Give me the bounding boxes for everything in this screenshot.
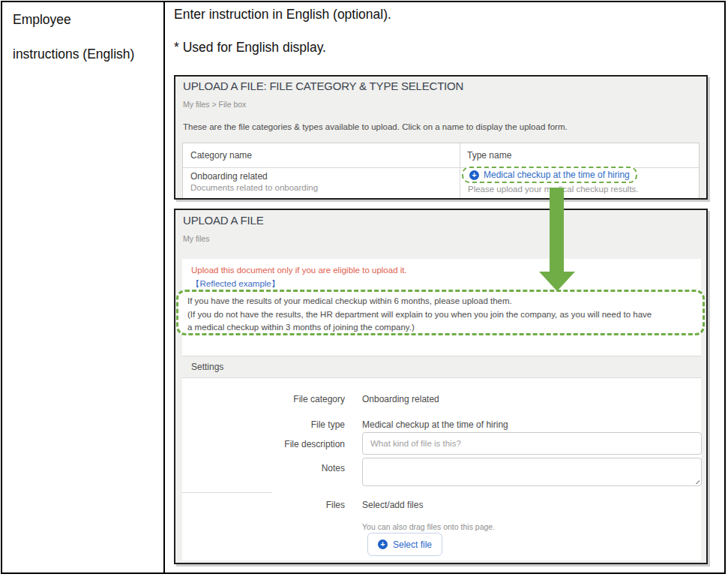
- annotation-arrow-head: [539, 272, 575, 291]
- column-header-category-name: Category name: [190, 143, 252, 167]
- reflected-example-highlight-box: If you have the results of your medical …: [176, 290, 705, 335]
- add-circle-icon: +: [378, 539, 388, 549]
- file-type-selection-panel: UPLOAD A FILE: FILE CATEGORY & TYPE SELE…: [174, 75, 708, 200]
- file-category-value: Onboarding related: [362, 394, 439, 404]
- selection-panel-description: These are the file categories & types av…: [183, 122, 568, 131]
- file-description-input[interactable]: [362, 432, 702, 455]
- category-name-cell: Onboarding related: [190, 171, 268, 182]
- upload-panel-title: UPLOAD A FILE: [183, 214, 263, 227]
- table-column-rule: [460, 143, 460, 200]
- manual-page: Employee instructions (English) Enter in…: [0, 0, 728, 580]
- instruction-note: * Used for English display.: [174, 40, 326, 56]
- example-line: a medical checkup within 3 months of joi…: [187, 321, 694, 335]
- notes-label: Notes: [195, 463, 345, 473]
- file-type-label: File type: [195, 419, 345, 430]
- settings-section-title: Settings: [191, 362, 701, 372]
- file-type-value: Medical checkup at the time of hiring: [362, 419, 508, 430]
- notes-textarea[interactable]: [362, 458, 702, 486]
- reflected-example-label: 【Reflected example】: [191, 278, 280, 290]
- selection-panel-title: UPLOAD A FILE: FILE CATEGORY & TYPE SELE…: [183, 80, 463, 92]
- eligibility-warning-text: Upload this document only if you are eli…: [191, 266, 407, 275]
- file-description-label: File description: [195, 439, 345, 449]
- type-link-highlight-box: + Medical checkup at the time of hiring: [462, 167, 637, 183]
- files-label: Files: [195, 500, 345, 510]
- select-file-button-label: Select file: [393, 539, 432, 550]
- upload-form-panel: UPLOAD A FILE My files Upload this docum…: [174, 209, 708, 564]
- breadcrumb: My files: [183, 234, 210, 243]
- select-add-files-text: Select/add files: [362, 500, 423, 510]
- breadcrumb: My files > File box: [183, 100, 246, 109]
- settings-section-header: Settings: [182, 356, 701, 378]
- file-category-label: File category: [195, 394, 345, 404]
- table-column-divider: [163, 2, 165, 572]
- drag-files-hint: You can also drag files onto this page.: [362, 522, 495, 531]
- medical-checkup-type-link[interactable]: Medical checkup at the time of hiring: [484, 170, 630, 180]
- category-description-cell: Documents related to onboarding: [190, 183, 318, 192]
- add-circle-icon: +: [469, 170, 479, 180]
- category-type-table: Category name Type name Onboarding relat…: [182, 143, 700, 200]
- select-file-button[interactable]: + Select file: [367, 533, 442, 556]
- annotation-arrow-shaft: [550, 188, 564, 272]
- files-section-divider: [182, 492, 272, 493]
- example-line: (If you do not have the results, the HR …: [187, 308, 694, 322]
- row-label-employee-instructions-english: Employee instructions (English): [13, 3, 136, 71]
- instruction-text: Enter instruction in English (optional).: [174, 7, 391, 23]
- column-header-type-name: Type name: [467, 143, 511, 167]
- example-line: If you have the results of your medical …: [187, 295, 694, 308]
